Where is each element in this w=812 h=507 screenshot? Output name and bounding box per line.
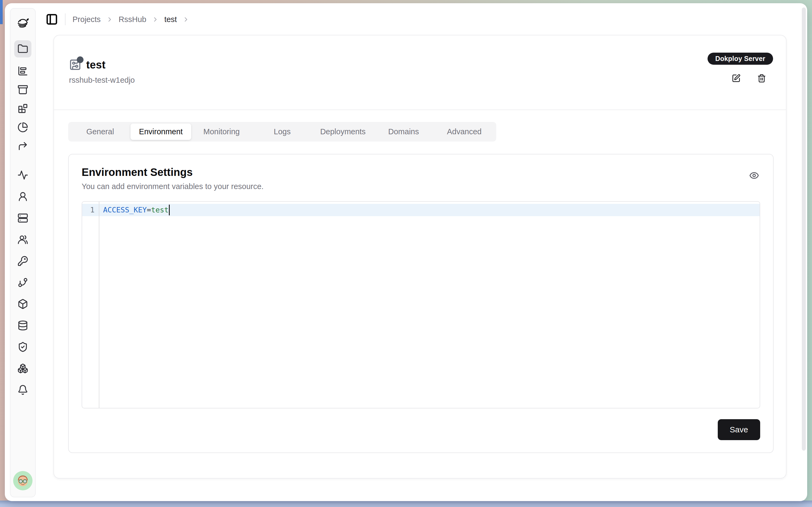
tab-logs[interactable]: Logs	[252, 123, 312, 140]
resource-card-body: General Environment Monitoring Logs Depl…	[54, 110, 786, 453]
sidebar-item-share[interactable]	[17, 141, 28, 152]
tab-domains[interactable]: Domains	[373, 123, 434, 140]
shield-check-icon	[17, 342, 28, 352]
sidebar-item-monitoring[interactable]	[17, 65, 28, 76]
sidebar-item-activity[interactable]	[17, 170, 28, 180]
topbar: Projects RssHub test	[46, 11, 189, 27]
boxes-icon	[17, 363, 28, 374]
circuit-board-icon	[69, 59, 81, 71]
sidebar	[10, 8, 36, 497]
tab-monitoring[interactable]: Monitoring	[191, 123, 252, 140]
editor-gutter	[82, 202, 99, 408]
pie-chart-icon	[17, 122, 28, 133]
sidebar-item-git[interactable]	[17, 277, 28, 288]
text-cursor	[169, 205, 170, 215]
save-button[interactable]: Save	[718, 419, 760, 440]
server-icon	[17, 213, 28, 223]
editor-line-number: 1	[82, 204, 99, 216]
breadcrumb-rsshub[interactable]: RssHub	[119, 15, 147, 24]
sidebar-item-usage[interactable]	[17, 122, 28, 133]
key-icon	[17, 256, 28, 266]
users-icon	[17, 234, 28, 245]
sidebar-item-templates[interactable]	[17, 84, 28, 95]
environment-settings-description: You can add environment variables to you…	[81, 182, 264, 191]
tab-general[interactable]: General	[70, 123, 130, 140]
database-icon	[17, 320, 28, 331]
user-avatar[interactable]	[13, 471, 33, 490]
resource-card: test rsshub-test-w1edjo Dokploy Server	[53, 35, 787, 478]
panel-left-toggle-icon[interactable]	[46, 13, 58, 25]
share-arrow-icon	[17, 141, 28, 152]
blocks-icon	[17, 103, 28, 114]
folder-icon	[17, 44, 28, 54]
breadcrumb-test[interactable]: test	[164, 15, 177, 24]
sidebar-item-profile[interactable]	[17, 191, 28, 202]
tab-deployments[interactable]: Deployments	[312, 123, 373, 140]
sidebar-item-projects[interactable]	[14, 40, 32, 57]
chevron-right-icon	[152, 16, 159, 23]
background-window-sliver	[0, 0, 3, 24]
sidebar-item-servers[interactable]	[17, 213, 28, 223]
chart-bar-icon	[17, 65, 28, 76]
edit-icon[interactable]	[732, 74, 741, 83]
environment-settings-title: Environment Settings	[81, 166, 264, 178]
sidebar-item-compose[interactable]	[17, 103, 28, 114]
activity-icon	[17, 170, 28, 180]
header-actions	[732, 74, 773, 83]
editor-code-line: ACCESS_KEY=test	[103, 204, 170, 216]
sidebar-item-notifications[interactable]	[17, 385, 28, 395]
sidebar-item-api-keys[interactable]	[17, 256, 28, 266]
user-icon	[17, 191, 28, 202]
tab-list: General Environment Monitoring Logs Depl…	[68, 122, 496, 142]
breadcrumb-projects[interactable]: Projects	[72, 15, 101, 24]
trash-icon[interactable]	[757, 74, 766, 83]
resource-card-header: test rsshub-test-w1edjo Dokploy Server	[54, 36, 786, 110]
archive-icon	[17, 84, 28, 95]
bell-icon	[17, 385, 28, 395]
status-dot	[77, 56, 83, 63]
topbar-divider	[65, 13, 65, 25]
tab-advanced[interactable]: Advanced	[434, 123, 495, 140]
chevron-right-icon	[106, 16, 113, 23]
env-var-value: test	[151, 206, 169, 214]
app-window: Projects RssHub test	[5, 3, 807, 501]
window-scrollbar[interactable]	[802, 7, 806, 451]
tab-environment[interactable]: Environment	[130, 123, 191, 140]
sidebar-item-users[interactable]	[17, 234, 28, 245]
breadcrumb: Projects RssHub test	[72, 15, 189, 24]
env-var-equals: =	[147, 206, 151, 214]
sidebar-item-registry[interactable]	[17, 299, 28, 309]
git-branch-icon	[17, 277, 28, 288]
chevron-right-icon	[182, 16, 189, 23]
sidebar-item-database[interactable]	[17, 320, 28, 331]
desktop-bottom-strip	[0, 501, 812, 507]
environment-settings-card: Environment Settings You can add environ…	[68, 154, 773, 453]
package-icon	[17, 299, 28, 309]
page-title: test	[86, 59, 106, 71]
editor-active-line	[82, 204, 760, 216]
resource-id: rsshub-test-w1edjo	[69, 76, 135, 84]
sidebar-item-cluster[interactable]	[17, 363, 28, 374]
env-var-key: ACCESS_KEY	[103, 206, 147, 214]
sidebar-item-certificates[interactable]	[17, 342, 28, 352]
dokploy-whale-logo-icon[interactable]	[16, 17, 29, 30]
env-code-editor[interactable]: 1 ACCESS_KEY=test	[81, 201, 760, 408]
eye-icon[interactable]	[749, 171, 759, 180]
server-badge: Dokploy Server	[707, 53, 773, 65]
avatar-face-icon	[15, 473, 31, 489]
